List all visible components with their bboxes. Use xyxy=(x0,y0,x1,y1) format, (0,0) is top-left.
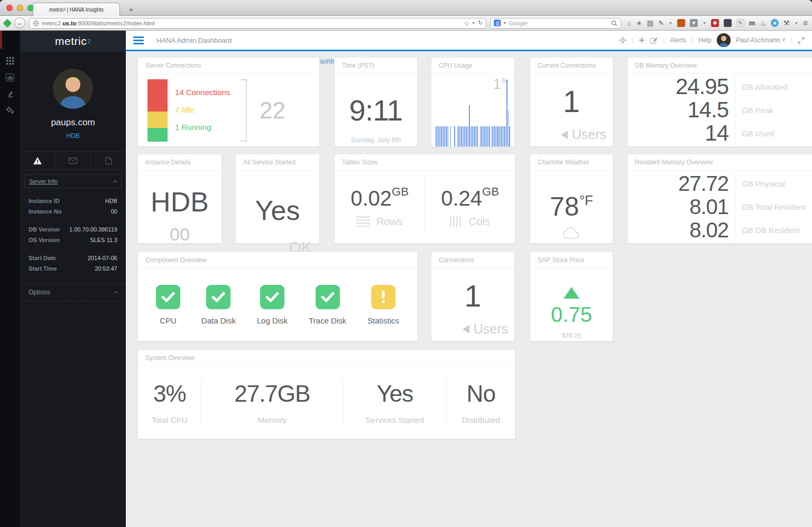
card-title: CPU Usage xyxy=(431,58,514,74)
card-time: Time (PST) 9:11 Sunday, July 6th xyxy=(334,57,418,147)
connections-value: 1 xyxy=(431,278,514,313)
card-connections: Connections 1 Users xyxy=(431,252,515,341)
icon-rail xyxy=(0,31,20,527)
stock-up-icon xyxy=(564,287,579,299)
url-dropdown-icon[interactable]: ▼ xyxy=(472,21,475,25)
reload-icon[interactable]: ↻ xyxy=(478,20,483,26)
card-server-connections: Server Connections 14 Connections 7 Idle… xyxy=(137,57,320,147)
pocket-icon[interactable]: ♨ xyxy=(760,19,766,27)
gears-icon[interactable] xyxy=(6,106,15,114)
menu-icon[interactable]: ≡ xyxy=(803,19,808,27)
cpu-bar xyxy=(489,126,490,146)
addon-blue-icon[interactable]: ★ xyxy=(771,19,779,27)
cpu-bar xyxy=(438,126,439,146)
user-menu[interactable]: Paul Aschmann ˅ xyxy=(736,36,786,44)
cpu-bar xyxy=(466,126,467,146)
server-name: paups.com xyxy=(20,117,126,128)
addon-orange-icon[interactable] xyxy=(677,19,685,27)
back-button[interactable]: ← xyxy=(14,17,25,29)
server-info-section-toggle[interactable]: Server Info xyxy=(24,174,122,188)
memory-row: 8.02GB DB Resident xyxy=(628,218,812,242)
security-shield-icon[interactable]: ◇ xyxy=(465,20,469,26)
magnifier-icon[interactable] xyxy=(611,20,617,26)
sys-services-started: Yes Services Started xyxy=(343,381,446,424)
users-nav[interactable]: Users xyxy=(561,127,606,142)
users-nav[interactable]: Users xyxy=(463,321,508,337)
go-arrow-icon[interactable] xyxy=(3,19,12,27)
compose-icon[interactable] xyxy=(650,37,658,44)
add-icon[interactable] xyxy=(639,37,645,43)
bookmark-star-icon[interactable]: ★ xyxy=(636,19,642,27)
addon-m-icon[interactable]: m xyxy=(749,19,755,27)
addon-dark-icon[interactable] xyxy=(724,19,732,27)
card-title: Component Overview xyxy=(138,252,417,269)
addon-shield-dropdown-icon[interactable]: ▼ xyxy=(703,21,706,25)
info-row: Start Date2014-07-06 xyxy=(29,253,117,263)
rows-size: 0.02GB Rows xyxy=(335,171,425,243)
tools-icon[interactable]: ⚒ xyxy=(783,19,790,27)
exclamation-icon xyxy=(371,285,395,309)
rail-accent xyxy=(0,31,2,49)
card-db-memory: DB Memory Overview 24.95GB Allocated 14.… xyxy=(627,57,812,147)
minimize-window-button[interactable] xyxy=(17,5,23,11)
highlighter-icon[interactable]: ✎ xyxy=(658,19,664,27)
tab-title: metric² | HANA Insights xyxy=(49,7,104,13)
app-header: HANA Admin Dashboard | | Alerts | Help P… xyxy=(126,31,812,50)
bracket xyxy=(241,79,247,142)
cpu-bar xyxy=(463,126,464,146)
options-section-toggle[interactable]: Options xyxy=(20,283,126,301)
tab-files[interactable] xyxy=(91,152,126,170)
google-engine-icon[interactable]: g xyxy=(494,20,501,26)
tab-messages[interactable] xyxy=(56,152,91,170)
close-window-button[interactable] xyxy=(6,5,13,11)
card-weather: Charlotte Weather 78°F xyxy=(530,154,613,244)
home-icon[interactable]: ⌂ xyxy=(627,19,631,27)
addon-edit-icon[interactable]: ✎ xyxy=(736,19,744,27)
help-link[interactable]: Help xyxy=(698,36,712,44)
card-title: Tables Sizes xyxy=(335,154,515,171)
cpu-bar xyxy=(485,126,486,146)
search-input[interactable]: g ▼ Google xyxy=(490,18,621,29)
browser-navbar: ← metric2.us.to:8000/lilabs/metric2/inde… xyxy=(0,16,812,31)
user-avatar[interactable] xyxy=(717,33,731,47)
tab-alerts[interactable] xyxy=(20,152,56,170)
lastpass-icon[interactable]: ✱ xyxy=(711,19,719,27)
temperature-value: 78°F xyxy=(550,191,593,222)
settings-gear-icon[interactable] xyxy=(619,36,626,44)
fullscreen-icon[interactable] xyxy=(798,37,805,44)
new-tab-button[interactable]: + xyxy=(124,4,138,15)
server-info-label: Server Info xyxy=(29,178,58,184)
clipboard-icon[interactable]: ▤ xyxy=(647,19,653,27)
warning-triangle-icon xyxy=(33,157,42,164)
browser-tab[interactable]: metric² | HANA Insights xyxy=(33,3,120,16)
profile-photo xyxy=(53,69,93,109)
alerts-link[interactable]: Alerts xyxy=(670,36,686,44)
envelope-icon xyxy=(69,158,77,164)
highlighter-dropdown-icon[interactable]: ▼ xyxy=(669,21,672,25)
cols-icon xyxy=(450,216,463,227)
info-row: Start Time20:53:47 xyxy=(29,263,117,274)
server-db-link[interactable]: HDB xyxy=(20,132,126,140)
engine-dropdown-icon[interactable]: ▼ xyxy=(503,21,506,25)
instance-no-value: 00 xyxy=(170,224,190,245)
component-statistics: Statistics xyxy=(367,285,399,325)
cpu-bar xyxy=(488,126,489,146)
grid-icon[interactable] xyxy=(6,57,14,65)
segment-label-connections: 14 Connections xyxy=(175,88,237,98)
cpu-bar xyxy=(468,126,469,146)
hamburger-menu-icon[interactable] xyxy=(133,36,144,44)
url-bar[interactable]: metric2.us.to:8000/lilabs/metric2/index.… xyxy=(29,18,486,29)
bar-chart-icon[interactable] xyxy=(6,73,14,81)
check-icon xyxy=(156,285,180,309)
pen-icon[interactable] xyxy=(6,90,14,98)
stack-segment-connections xyxy=(147,79,168,112)
tools-dropdown-icon[interactable]: ▼ xyxy=(795,21,798,25)
cpu-bar xyxy=(480,126,481,146)
globe-icon xyxy=(33,20,39,26)
logo-text: metric xyxy=(55,35,87,48)
addon-shield-icon[interactable]: ▼ xyxy=(690,19,698,27)
sys-memory: 27.7GB Memory xyxy=(201,381,343,424)
cpu-bar xyxy=(508,110,509,146)
cpu-bar xyxy=(499,126,500,146)
info-row: Instance IDHDB xyxy=(29,196,117,206)
